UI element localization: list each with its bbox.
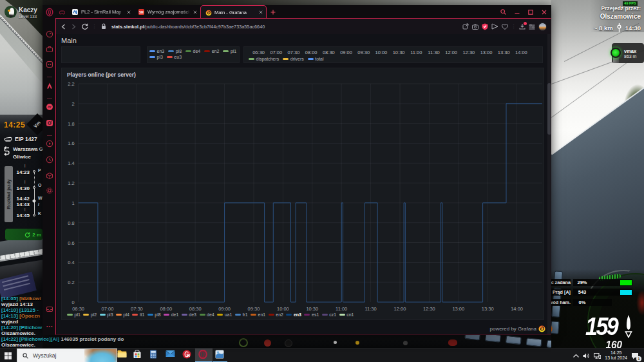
tab-close-icon[interactable] — [259, 10, 263, 14]
legend-item-en1[interactable]: en1 — [251, 312, 265, 317]
panel-cut-left — [61, 46, 140, 63]
browser-tab-0[interactable]: PL2 - SimRail Map — [68, 5, 134, 19]
flow-paper-plane-icon[interactable] — [491, 23, 498, 30]
taskbar-icon-mail[interactable] — [166, 350, 176, 361]
legend-item-eu3[interactable]: eu3 — [167, 55, 182, 59]
legend-item-cz1[interactable]: cz1 — [322, 312, 336, 317]
aria-icon[interactable] — [46, 82, 53, 90]
legend-item-fr1[interactable]: fr1 — [235, 312, 248, 317]
instagram-icon[interactable] — [46, 119, 53, 127]
route-from: Warszawa G — [13, 146, 43, 153]
legend-item-cn1[interactable]: cn1 — [339, 312, 354, 317]
close-button[interactable] — [542, 10, 547, 15]
forward-button[interactable] — [71, 24, 76, 30]
signal-distance: 863 m — [624, 54, 636, 59]
legend-item-en3[interactable]: en3 — [286, 312, 301, 317]
search-placeholder: Wyszukaj — [33, 352, 56, 359]
new-tab-button[interactable] — [270, 5, 276, 19]
legend-item-pl8[interactable]: pl8 — [168, 49, 182, 53]
share-icon[interactable] — [462, 23, 469, 30]
network-icon[interactable] — [594, 353, 601, 359]
history-icon[interactable] — [46, 156, 53, 164]
totals-x-tick: 07:30 — [285, 50, 302, 55]
legend-item-pl8[interactable]: pl8 — [147, 312, 161, 317]
taskbar-icon-opera-gx[interactable] — [198, 350, 209, 361]
legend-item-es1[interactable]: es1 — [304, 312, 319, 317]
taskbar-icon-opera-gx-g[interactable] — [182, 350, 193, 361]
start-button[interactable] — [5, 352, 12, 359]
totals-x-tick: 09:30 — [355, 50, 372, 55]
browser-tab-2[interactable]: Main - Grafana — [200, 5, 267, 19]
delay-button[interactable]: 2 m — [5, 229, 43, 240]
chart-legend: pl1pl2pl3pl4lt1pl8de1de3de4ua1fr1en1en2e… — [67, 312, 354, 317]
tray-chevron-icon[interactable] — [573, 354, 579, 357]
chat-line: [14:22] [Pilichowice][AI] 146035 przelot… — [1, 336, 149, 342]
notification-icon[interactable]: 1 — [631, 352, 639, 359]
tab-title: Main - Grafana — [214, 10, 257, 15]
profile-avatar[interactable] — [538, 23, 547, 31]
legend-item-en2[interactable]: en2 — [204, 49, 219, 53]
messenger-icon[interactable] — [46, 103, 53, 111]
maximize-button[interactable] — [528, 10, 533, 15]
speed-dial-icon[interactable] — [46, 30, 53, 38]
tray-clock[interactable]: 14:25 13 lut 2024 — [605, 350, 627, 361]
legend-item-en2[interactable]: en2 — [269, 312, 283, 317]
x-axis-label: 08:00 — [160, 306, 172, 312]
minimize-button[interactable] — [515, 9, 520, 15]
taskbar-icon-simrail-app[interactable] — [215, 350, 226, 361]
page-scrollbar[interactable] — [547, 34, 552, 334]
y-axis-label: 1 — [62, 200, 75, 206]
lock-icon[interactable] — [101, 23, 106, 30]
totals-x-tick: 10:30 — [390, 50, 408, 55]
extensions-icon[interactable] — [46, 172, 53, 180]
taskbar-search[interactable]: Wyszukaj — [17, 348, 117, 362]
browser-sidebar: ••• — [43, 19, 55, 335]
legend-item-de1[interactable]: de1 — [164, 312, 178, 317]
volume-icon[interactable] — [583, 353, 590, 359]
legend-item-ua1[interactable]: ua1 — [217, 312, 232, 317]
taskbar-icon-file-explorer[interactable] — [117, 350, 128, 361]
mods-icon[interactable] — [46, 61, 53, 68]
search-highlight-image[interactable] — [84, 349, 117, 362]
tab-close-icon[interactable] — [193, 10, 197, 14]
downloads-tray-icon[interactable] — [46, 305, 53, 313]
legend-item-pl3[interactable]: pl3 — [100, 312, 113, 317]
legend-item-dispatchers[interactable]: dispatchers — [249, 57, 279, 61]
totals-x-tick: 11:30 — [425, 50, 442, 55]
player-icon[interactable] — [46, 140, 53, 148]
bookmark-heart-icon[interactable] — [502, 24, 508, 30]
legend-item-de3[interactable]: de3 — [182, 312, 196, 317]
legend-item-de4[interactable]: de4 — [185, 49, 200, 53]
train-id: EIP 1427 — [15, 136, 37, 142]
totals-x-tick: 06:30 — [250, 50, 267, 55]
totals-x-tick: 12:00 — [442, 50, 460, 55]
back-button[interactable] — [61, 24, 66, 30]
easy-setup-icon[interactable] — [46, 45, 53, 53]
easy-setup-sliders-icon[interactable] — [529, 24, 535, 30]
reload-button[interactable] — [82, 23, 88, 30]
legend-item-en3[interactable]: en3 — [149, 49, 164, 53]
station-marker — [33, 186, 35, 189]
taskbar-icon-calculator[interactable] — [149, 350, 160, 361]
tab-close-icon[interactable] — [127, 10, 131, 14]
shield-vpn-icon[interactable] — [482, 23, 488, 30]
legend-item-pl2[interactable]: pl2 — [83, 312, 97, 317]
legend-item-pl4[interactable]: pl4 — [116, 312, 129, 317]
legend-item-pl1[interactable]: pl1 — [67, 312, 80, 317]
url-bar[interactable]: stats.simkol.pl/public-dashboards/dcbf3e… — [111, 24, 265, 30]
browser-tab-1[interactable]: SMWymóg znajomości języka — [134, 5, 200, 19]
legend-item-pl1[interactable]: pl1 — [223, 49, 236, 53]
legend-item-total[interactable]: total — [308, 57, 324, 61]
legend-item-de4[interactable]: de4 — [200, 312, 214, 317]
gx-corner-gamepad-icon[interactable] — [59, 10, 65, 15]
timetable-label[interactable]: Rozkład jazdy — [5, 166, 13, 222]
more-icon[interactable]: ••• — [46, 324, 53, 329]
legend-item-pl3[interactable]: pl3 — [149, 55, 163, 59]
legend-item-lt1[interactable]: lt1 — [132, 312, 144, 317]
legend-item-drivers[interactable]: drivers — [283, 57, 304, 61]
browser-search-icon[interactable] — [500, 9, 506, 15]
x-axis-label: 12:00 — [394, 306, 406, 312]
taskbar-icon-ms-store[interactable] — [133, 350, 144, 361]
settings-icon[interactable] — [46, 187, 53, 195]
snapshot-camera-icon[interactable] — [472, 24, 478, 30]
